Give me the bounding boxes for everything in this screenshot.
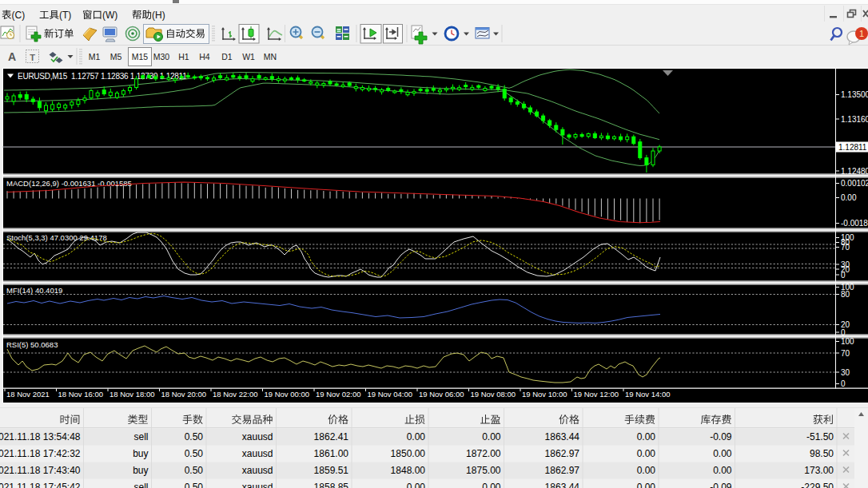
svg-text:100: 100 [841, 337, 854, 346]
svg-text:18 Nov 2021: 18 Nov 2021 [6, 390, 50, 399]
svg-text:0: 0 [841, 379, 846, 388]
svg-text:(W): (W) [102, 10, 117, 21]
svg-text:Stoch(5,3,3) 47.0300 29.4178: Stoch(5,3,3) 47.0300 29.4178 [6, 233, 107, 242]
svg-text:0.00: 0.00 [637, 431, 656, 442]
svg-text:RSI(5) 50.0683: RSI(5) 50.0683 [6, 340, 58, 349]
svg-text:98.50: 98.50 [810, 448, 834, 459]
svg-text:A: A [8, 50, 16, 63]
svg-text:sell: sell [133, 431, 148, 442]
svg-text:1862.97: 1862.97 [545, 448, 580, 459]
svg-text:1863.44: 1863.44 [545, 431, 580, 442]
svg-text:0: 0 [841, 271, 846, 280]
svg-text:1.12480: 1.12480 [841, 167, 868, 176]
svg-text:0.00: 0.00 [407, 482, 426, 488]
svg-text:2021.11.18 17:45:42: 2021.11.18 17:45:42 [0, 482, 81, 488]
svg-text:19 Nov 12:00: 19 Nov 12:00 [574, 390, 619, 399]
svg-text:MFI(14) 40.4019: MFI(14) 40.4019 [6, 286, 62, 295]
svg-text:(C): (C) [12, 10, 26, 21]
svg-text:18 Nov 18:00: 18 Nov 18:00 [109, 390, 155, 399]
svg-text:W1: W1 [242, 52, 255, 61]
svg-text:1.13160: 1.13160 [841, 115, 868, 124]
svg-text:-51.50: -51.50 [806, 431, 834, 442]
svg-text:19 Nov 04:00: 19 Nov 04:00 [368, 390, 413, 399]
svg-text:MACD(12,26,9) -0.001631 -0.001: MACD(12,26,9) -0.001631 -0.001585 [6, 179, 132, 188]
svg-text:0.00: 0.00 [713, 465, 732, 476]
svg-text:18 Nov 20:00: 18 Nov 20:00 [161, 390, 207, 399]
svg-text:(T): (T) [59, 10, 71, 21]
svg-text:2021.11.18 17:43:40: 2021.11.18 17:43:40 [0, 465, 81, 476]
svg-text:1862.41: 1862.41 [314, 431, 349, 442]
svg-text:30: 30 [841, 368, 850, 377]
svg-text:0.00: 0.00 [482, 431, 501, 442]
svg-text:19 Nov 14:00: 19 Nov 14:00 [625, 390, 671, 399]
svg-text:buy: buy [133, 448, 148, 459]
svg-text:buy: buy [133, 465, 148, 476]
svg-text:0.00: 0.00 [637, 482, 656, 488]
svg-text:70: 70 [841, 349, 850, 358]
svg-text:-0.09: -0.09 [710, 482, 732, 488]
svg-text:1.13500: 1.13500 [841, 90, 868, 99]
svg-text:18 Nov 16:00: 18 Nov 16:00 [58, 390, 104, 399]
svg-text:M15: M15 [132, 52, 149, 61]
svg-text:19 Nov 00:00: 19 Nov 00:00 [265, 390, 310, 399]
svg-text:xauusd: xauusd [242, 448, 273, 459]
svg-text:-0.09: -0.09 [710, 431, 732, 442]
svg-text:-229.50: -229.50 [801, 482, 834, 488]
svg-text:(H): (H) [152, 10, 165, 21]
svg-text:sell: sell [133, 482, 148, 488]
svg-text:1859.51: 1859.51 [314, 465, 349, 476]
svg-text:0.50: 0.50 [185, 448, 204, 459]
svg-text:0.50: 0.50 [185, 465, 204, 476]
svg-text:0.00: 0.00 [407, 431, 426, 442]
svg-text:0.50: 0.50 [185, 431, 204, 442]
svg-text:0.50: 0.50 [185, 482, 204, 488]
svg-text:0.00: 0.00 [482, 482, 501, 488]
svg-text:1862.97: 1862.97 [545, 465, 580, 476]
svg-text:M5: M5 [110, 52, 122, 61]
svg-text:1863.44: 1863.44 [545, 482, 580, 488]
svg-text:19 Nov 06:00: 19 Nov 06:00 [419, 390, 464, 399]
svg-text:H4: H4 [199, 52, 210, 61]
svg-text:1858.85: 1858.85 [314, 482, 349, 488]
svg-text:M30: M30 [153, 52, 170, 61]
svg-text:H1: H1 [178, 52, 189, 61]
svg-text:xauusd: xauusd [242, 431, 273, 442]
svg-text:0: 0 [841, 328, 846, 337]
svg-text:1: 1 [859, 29, 864, 38]
svg-text:19 Nov 08:00: 19 Nov 08:00 [471, 390, 516, 399]
svg-text:18 Nov 22:00: 18 Nov 22:00 [213, 390, 258, 399]
svg-text:0.001026: 0.001026 [841, 179, 868, 188]
svg-text:T: T [30, 53, 35, 62]
svg-text:D1: D1 [221, 52, 233, 61]
svg-text:80: 80 [841, 290, 850, 299]
svg-text:1872.00: 1872.00 [466, 448, 501, 459]
svg-text:MN: MN [264, 52, 277, 61]
svg-text:1848.00: 1848.00 [391, 465, 426, 476]
svg-text:1861.00: 1861.00 [314, 448, 349, 459]
svg-text:1850.00: 1850.00 [391, 448, 426, 459]
svg-text:M1: M1 [89, 52, 101, 61]
svg-text:0.00: 0.00 [841, 193, 857, 202]
svg-text:1.12811: 1.12811 [838, 143, 867, 152]
svg-text:19 Nov 02:00: 19 Nov 02:00 [316, 390, 361, 399]
svg-text:2021.11.18 17:42:32: 2021.11.18 17:42:32 [0, 448, 81, 459]
svg-text:1875.00: 1875.00 [466, 465, 501, 476]
svg-text:0.00: 0.00 [637, 465, 656, 476]
svg-text:-0.00189: -0.00189 [841, 219, 868, 228]
svg-text:2021.11.18 13:54:48: 2021.11.18 13:54:48 [0, 431, 81, 442]
svg-text:0.00: 0.00 [637, 448, 656, 459]
svg-text:0.00: 0.00 [713, 448, 732, 459]
svg-text:xauusd: xauusd [242, 465, 273, 476]
svg-text:173.00: 173.00 [804, 465, 834, 476]
svg-text:19 Nov 10:00: 19 Nov 10:00 [522, 390, 567, 399]
svg-text:70: 70 [841, 243, 850, 252]
svg-text:xauusd: xauusd [242, 482, 273, 488]
